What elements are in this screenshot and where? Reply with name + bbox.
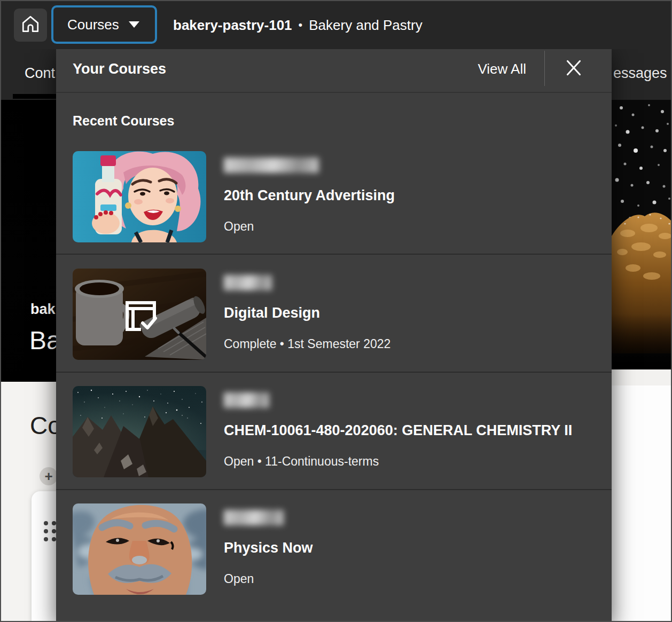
- redacted-course-id: [224, 275, 272, 290]
- breadcrumb-course-name: Bakery and Pastry: [309, 17, 422, 34]
- active-tab-underline: [13, 94, 56, 99]
- course-row-digital-design[interactable]: Digital Design Complete • 1st Semester 2…: [73, 269, 595, 360]
- redacted-course-id: [224, 158, 319, 173]
- course-title: Physics Now: [224, 540, 313, 556]
- row-divider: [56, 254, 612, 255]
- redacted-course-id: [224, 392, 269, 408]
- page-content-right: [612, 369, 672, 622]
- course-status: Complete • 1st Semester 2022: [224, 337, 390, 351]
- tab-messages-partial[interactable]: essages: [613, 65, 667, 82]
- course-row-physics[interactable]: Physics Now Open: [73, 503, 595, 595]
- redacted-course-id: [224, 510, 284, 525]
- home-button[interactable]: [14, 9, 47, 42]
- chevron-down-icon: [129, 21, 139, 28]
- course-title: 20th Century Advertising: [224, 187, 395, 204]
- row-divider: [56, 372, 612, 373]
- course-thumbnail-coffee: [73, 269, 206, 360]
- your-courses-panel: Your Courses View All Recent Courses: [56, 46, 612, 622]
- breadcrumb-separator: •: [299, 18, 303, 32]
- hero-course-id-partial: bak: [30, 301, 56, 318]
- drag-handle-icon[interactable]: [44, 521, 56, 541]
- breadcrumb: bakery-pastry-101 • Bakery and Pastry: [173, 1, 423, 49]
- course-thumbnail-einstein: [73, 503, 206, 595]
- top-app-bar: Courses bakery-pastry-101 • Bakery and P…: [1, 1, 671, 49]
- course-thumbnail-mountains: [73, 386, 206, 477]
- close-icon: [564, 58, 584, 80]
- courses-menu-button[interactable]: Courses: [51, 5, 157, 44]
- plus-icon: +: [44, 468, 52, 485]
- content-card-right: [612, 385, 672, 622]
- course-status: Open: [224, 572, 254, 586]
- close-button[interactable]: [562, 57, 585, 81]
- course-row-advertising[interactable]: 20th Century Advertising Open: [73, 151, 595, 242]
- hero-banner-right-pastry: [612, 100, 672, 369]
- recent-courses-heading: Recent Courses: [73, 113, 174, 129]
- breadcrumb-course-id: bakery-pastry-101: [173, 17, 292, 34]
- panel-header: Your Courses View All: [56, 46, 612, 92]
- tab-content-partial[interactable]: Cont: [25, 65, 55, 82]
- view-all-link[interactable]: View All: [478, 46, 526, 92]
- header-divider: [544, 51, 545, 86]
- panel-title: Your Courses: [73, 46, 166, 92]
- row-divider: [56, 489, 612, 490]
- panel-header-rule: [56, 92, 612, 93]
- add-content-button[interactable]: +: [40, 467, 58, 485]
- courses-button-label: Courses: [67, 17, 119, 33]
- course-status: Open • 11-Continuous-terms: [224, 454, 379, 469]
- course-status: Open: [224, 219, 254, 234]
- app-window: Cont essages bak Ba: [0, 0, 672, 622]
- course-row-chemistry[interactable]: CHEM-10061-480-202060: GENERAL CHEMISTRY…: [73, 386, 595, 477]
- course-title: Digital Design: [224, 305, 320, 321]
- home-icon: [20, 14, 41, 36]
- course-thumbnail-pinup: [73, 151, 206, 242]
- course-title: CHEM-10061-480-202060: GENERAL CHEMISTRY…: [224, 422, 572, 439]
